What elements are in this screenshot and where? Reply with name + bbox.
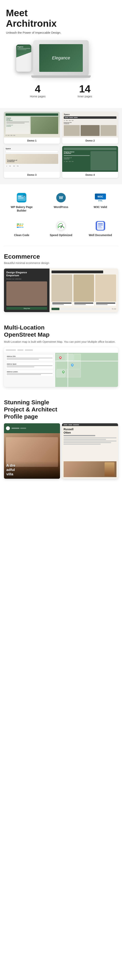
architect-detail-1 [64, 438, 116, 438]
demo-card-1[interactable]: ShapingInteriorExcellence Foundations of… [4, 112, 60, 144]
map-tile-5 [69, 361, 81, 369]
stat-inner-number: 14 [77, 84, 92, 94]
footer-spacer [0, 481, 122, 488]
ecommerce-subtitle: Beautiful minimal ecommerce design [4, 261, 118, 264]
demo4-image [90, 151, 116, 170]
speed-icon-img [56, 221, 66, 231]
feature-cleancode: Clean Code [4, 218, 39, 239]
project-card-logo [6, 426, 10, 430]
stats-row: 4 Home pages 14 Inner pages [6, 80, 116, 102]
demo1-text-sm-2 [6, 123, 24, 124]
ecommerce-product-info-1 [51, 302, 72, 306]
ecommerce-product-img [6, 282, 47, 306]
architect-photo [64, 461, 116, 477]
hero-section: MeetArchitronix Unleash the Power of Imp… [0, 0, 122, 108]
spacer-2 [0, 389, 122, 393]
ecommerce-left-title: Design EleganceEmporium [6, 271, 47, 277]
feature-wordpress-label: WordPress [45, 205, 77, 209]
laptop-base [31, 75, 91, 78]
demo-card-2-label: Demo 2 [62, 138, 118, 144]
ecommerce-product-price-3 [96, 304, 108, 305]
demo-card-3[interactable]: Space Foundations ofArchitronix 12 16⌘ 4… [4, 146, 60, 178]
demo2-images [64, 125, 116, 136]
demo4-bg: Shaping InteriorArchitronix Foundations … [62, 146, 118, 172]
svg-rect-9 [97, 222, 104, 230]
map-card-text-usa-2 [7, 359, 39, 360]
phone-screen-text: Elegance [17, 46, 30, 48]
ecommerce-product-top-2 [74, 275, 94, 302]
feature-docs: Well Documented [83, 218, 118, 239]
feature-speed-label: Speed Optimized [45, 233, 77, 237]
map-preview: Address USA Address Spain Address London [4, 347, 118, 387]
architect-detail-2 [64, 439, 106, 440]
profile-section: Stunning SingleProject & ArchitectProfil… [0, 393, 122, 481]
ecommerce-left-panel: Design EleganceEmporium Browse our colle… [4, 269, 50, 312]
laptop-mockup: Elegance [33, 40, 89, 76]
demo2-img-2 [80, 125, 100, 136]
ecommerce-right-panel: 76 90 [50, 269, 118, 312]
profile-title: Stunning SingleProject & ArchitectProfil… [4, 399, 118, 420]
stat-inner-label: Inner pages [77, 95, 92, 98]
map-address-card-london: Address London [6, 370, 54, 377]
map-title: Multi-LocationOpenStreet Map [4, 324, 118, 338]
project-title: A dreadfulvilla [6, 463, 58, 476]
cleancode-icon [16, 220, 27, 231]
cleancode-icon-img [17, 221, 26, 231]
feature-speed: Speed Optimized [43, 218, 79, 239]
feature-w3c-label: W3C Valid [85, 205, 116, 209]
architect-header-dot-1 [64, 424, 67, 425]
demo-card-1-preview: ShapingInteriorExcellence Foundations of… [4, 112, 60, 138]
hero-image-area: Elegance Elegance [6, 40, 116, 76]
feature-docs-label: Well Documented [85, 233, 116, 237]
map-description: Multi-Location map is built with Openstr… [4, 340, 118, 344]
project-card-top [4, 423, 60, 433]
laptop-screen: Elegance [39, 44, 83, 72]
ecommerce-section: Ecommerce Beautiful minimal ecommerce de… [0, 247, 122, 314]
stat-inner-pages: 14 Inner pages [77, 84, 92, 98]
demo3-stats-row: 12 16⌘ 426k 93% [6, 165, 58, 167]
map-tile-2 [66, 354, 74, 361]
demo-card-2[interactable]: Space 12 16⌘ 426k 93% Exploring OurCreat… [62, 112, 118, 144]
hero-subtitle: Unleash the Power of Impeccable Design. [6, 31, 116, 34]
svg-rect-10 [98, 223, 103, 224]
architect-details [64, 438, 116, 460]
ecommerce-product-3 [95, 275, 116, 306]
demo4-content: Shaping InteriorArchitronix Foundations … [64, 151, 116, 170]
svg-rect-12 [98, 226, 101, 227]
demo3-stat-1: 12 [6, 165, 8, 167]
demo1-right [31, 116, 58, 134]
wpbakery-icon: W [16, 192, 27, 203]
ecommerce-product-name-2 [74, 302, 93, 304]
w3c-icon: W3C HTML [95, 192, 106, 203]
map-header-dot-2 [18, 349, 23, 351]
ecommerce-product-info-3 [95, 302, 116, 306]
map-header-dot-1 [6, 349, 16, 351]
ecommerce-product-1 [51, 275, 72, 306]
architect-detail-4 [64, 442, 111, 443]
map-card-text-london-2 [7, 374, 41, 375]
ecommerce-product-price-2 [74, 304, 86, 305]
architect-name-block: RussellOtten [64, 428, 116, 436]
demo2-img-1 [64, 125, 80, 136]
svg-text:W: W [23, 195, 25, 197]
map-visual [55, 353, 118, 387]
map-address-card-spain: Address Spain [6, 362, 54, 369]
demo1-header [6, 113, 58, 116]
project-card-overlay: A dreadfulvilla [4, 461, 60, 479]
demo-card-4-preview: Shaping InteriorArchitronix Foundations … [62, 146, 118, 172]
features-section: W WP Bakery Page Builder W WordPress W3C… [0, 184, 122, 245]
demo2-nav-dot-3 [74, 117, 78, 118]
architect-detail-3 [64, 441, 116, 442]
map-card-text-usa-1 [7, 358, 53, 358]
phone-screen: Elegance [16, 45, 31, 72]
feature-wpbakery-label: WP Bakery Page Builder [6, 205, 37, 212]
spacer-1 [0, 314, 122, 318]
ecommerce-product-price-1 [52, 304, 64, 305]
ecommerce-inner: Design EleganceEmporium Browse our colle… [4, 269, 118, 312]
features-grid: W WP Bakery Page Builder W WordPress W3C… [4, 190, 118, 239]
demo-card-4[interactable]: Shaping InteriorArchitronix Foundations … [62, 146, 118, 178]
map-address-cards: Address USA Address Spain Address London [4, 353, 55, 387]
architect-sub-line [64, 435, 95, 436]
hero-title: MeetArchitronix [6, 8, 116, 29]
demo2-img-3 [100, 125, 116, 136]
